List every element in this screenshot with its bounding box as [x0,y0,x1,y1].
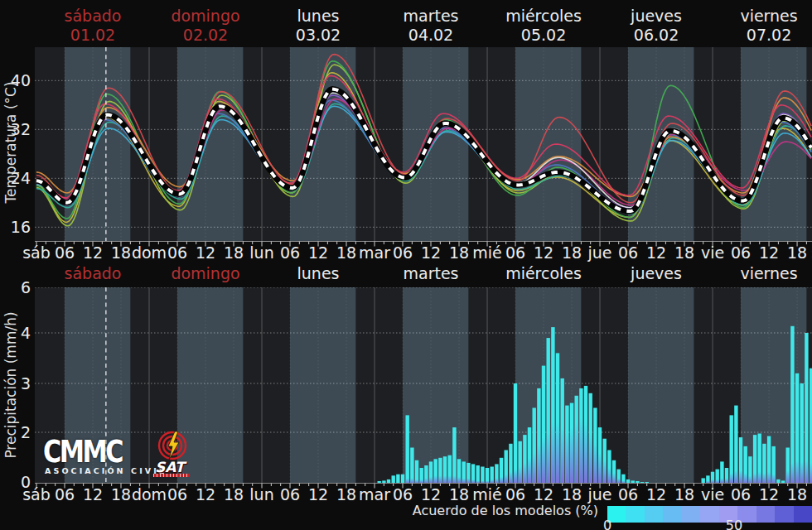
precip-bar-agreement-tint [561,427,564,483]
precip-bar [730,415,733,483]
precip-bar-agreement-tint [758,472,761,484]
colorbar-segment [756,506,775,523]
precip-bar-agreement-tint [772,475,776,484]
ensemble-meteogram: sábado01.02domingo02.02lunes03.02martes0… [0,0,812,530]
precip-bar [452,427,456,483]
precip-bar [476,465,480,484]
precip-bar [626,479,630,484]
precip-bar-agreement-tint [466,478,470,483]
precip-bar-agreement-tint [406,478,409,483]
precip-bar-agreement-tint [462,478,466,483]
precip-bar-agreement-tint [434,475,437,483]
precip-bar-agreement-tint [565,432,568,484]
precip-bar [410,448,413,484]
precip-bar-agreement-tint [509,472,512,484]
precip-bar-agreement-tint [730,473,733,483]
colorbar-segment [700,506,718,523]
precip-bar-agreement-tint [542,437,545,483]
precip-bar-agreement-tint [410,478,413,483]
precip-bar [401,475,404,484]
precip-bar-agreement-tint [593,442,597,483]
logo: CMMC ASOCIACIÓN CIVIL SAT [43,434,192,484]
precip-bar-agreement-tint [795,460,799,484]
precip-bar-agreement-tint [424,478,428,483]
precip-bar-agreement-tint [579,417,582,483]
daytime-band [177,47,243,242]
precip-bar-agreement-tint [528,458,531,484]
colorbar-segment [645,506,663,523]
precip-bar-agreement-tint [720,478,723,483]
precip-bar-agreement-tint [744,473,747,483]
precip-bar-agreement-tint [790,463,794,484]
precip-bar-agreement-tint [584,422,587,483]
precip-bar-agreement-tint [556,422,559,483]
precip-bar-agreement-tint [491,479,494,484]
precip-bar-agreement-tint [448,475,452,483]
colorbar-segment [663,506,681,523]
daytime-band [515,47,581,242]
precip-bar [392,475,395,483]
precip-bar-agreement-tint [519,467,522,484]
precip-bar-agreement-tint [523,463,526,484]
colorbar-segment [775,506,793,523]
precip-bar-agreement-tint [617,478,621,483]
precip-bar-agreement-tint [711,479,714,484]
precip-bar-agreement-tint [805,460,808,484]
legend-label: Acuerdo de los modelos (%) [413,503,598,518]
precip-bar-agreement-tint [429,477,433,484]
precip-bar-agreement-tint [607,468,611,484]
precip-bar-agreement-tint [598,453,602,484]
precip-bar-agreement-tint [739,470,742,483]
colorbar-segment [719,506,737,523]
temperature-chart [35,47,812,242]
precip-bar-agreement-tint [415,479,418,484]
precip-bar-agreement-tint [533,453,536,484]
precip-bar-agreement-tint [603,460,607,484]
daytime-band [290,287,355,484]
precip-bar-agreement-tint [589,432,592,484]
precip-bar-agreement-tint [786,470,790,483]
precip-bar-agreement-tint [612,473,616,483]
colorbar-segment [682,506,700,523]
precip-bar-agreement-tint [457,477,461,484]
precip-bar-agreement-tint [575,422,578,483]
precip-bar-agreement-tint [537,445,540,483]
daytime-band [628,287,694,484]
logo-subtitle: ASOCIACIÓN CIVIL [45,466,167,475]
precip-bar-agreement-tint [443,475,447,483]
precip-bar-agreement-tint [505,475,508,484]
precip-bar-agreement-tint [767,472,771,484]
precip-bar [396,475,399,484]
model-agreement-colorbar [607,506,812,523]
precip-bar-agreement-tint [570,427,573,483]
precip-bar-agreement-tint [800,461,804,483]
precip-bar-agreement-tint [762,473,766,483]
logo-badge-underline [153,474,190,477]
precip-bar-agreement-tint [547,432,550,484]
precip-bar-agreement-tint [725,478,728,483]
precip-bar [702,478,705,483]
precip-bar-agreement-tint [438,475,442,483]
colorbar-segment [794,506,812,523]
logo-badge-text: SAT [155,459,185,475]
precip-bar [790,326,794,484]
logo-title: CMMC [43,434,122,470]
logo-sat-badge: SAT [153,431,191,480]
precip-bar-agreement-tint [748,475,752,483]
precip-axis-title: Precipitación (mm/h) [2,311,19,458]
daytime-band [403,47,468,242]
precip-bar-agreement-tint [716,479,719,484]
precip-bar [406,415,409,483]
colorbar-segment [737,506,756,523]
precip-bar-agreement-tint [500,477,503,484]
precip-bar-agreement-tint [452,475,456,483]
precip-bar-agreement-tint [495,478,498,483]
precip-bar-agreement-tint [471,479,475,484]
sat-antenna-icon [153,431,191,460]
colorbar-segment [626,506,644,523]
precip-bar-agreement-tint [551,422,554,483]
precip-bar [387,479,390,484]
precip-bar-agreement-tint [753,473,756,483]
precip-bar-agreement-tint [734,470,737,483]
colorbar-segment [607,506,626,523]
